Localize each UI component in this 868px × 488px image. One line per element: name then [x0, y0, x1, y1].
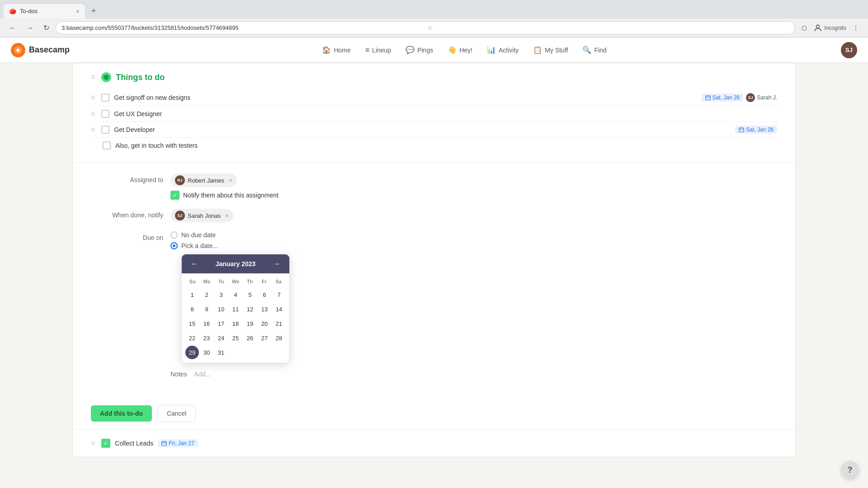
remove-notify-user-button[interactable]: × — [225, 212, 229, 219]
item-drag-handle[interactable]: ≡ — [91, 439, 95, 447]
no-due-date-option[interactable]: No due date — [170, 231, 768, 239]
back-button[interactable]: ← — [5, 22, 20, 34]
item-drag-handle[interactable]: ≡ — [91, 94, 95, 102]
calendar-day[interactable]: 27 — [258, 331, 271, 345]
calendar-day[interactable]: 16 — [200, 317, 213, 330]
todo-checkbox[interactable] — [101, 94, 109, 102]
calendar-day[interactable]: 18 — [229, 317, 242, 330]
notify-checkbox[interactable]: ✓ — [170, 191, 179, 200]
calendar-popup: ← January 2023 → Su Mo Tu We Th Fr — [181, 254, 290, 363]
app-logo[interactable]: Basecamp — [11, 43, 70, 57]
calendar-day[interactable]: 10 — [214, 302, 228, 316]
browser-action-buttons: ⬡ Incognito ⋮ — [798, 22, 863, 34]
calendar-day[interactable]: 2 — [200, 288, 213, 301]
address-bar[interactable]: 3.basecamp.com/5550377/buckets/31325815/… — [56, 21, 795, 34]
todo-items-list: ≡ Get signoff on new designs Sat, Jan 28… — [91, 89, 777, 153]
user-avatar[interactable]: SJ — [841, 42, 857, 58]
calendar-day[interactable]: 7 — [272, 288, 286, 301]
calendar-day[interactable]: 1 — [185, 288, 199, 301]
calendar-day[interactable]: 21 — [272, 317, 286, 330]
nav-activity[interactable]: 📊 Activity — [481, 42, 525, 58]
remove-assignee-button[interactable]: × — [229, 177, 232, 184]
due-date-badge[interactable]: Sat, Jan 28 — [735, 126, 777, 134]
calendar-next-button[interactable]: → — [270, 259, 283, 269]
calendar-day[interactable]: 25 — [229, 331, 242, 345]
calendar-day[interactable]: 20 — [258, 317, 271, 330]
todo-item-meta: Sat, Jan 28 — [735, 126, 777, 134]
calendar-day — [258, 346, 271, 359]
weekday-th: Th — [243, 277, 257, 286]
todo-checkbox[interactable] — [103, 141, 111, 150]
assignee-tag: RJ Robert James × — [170, 174, 237, 187]
drag-handle[interactable]: ≡ — [91, 73, 95, 81]
pick-date-option[interactable]: Pick a date... — [170, 242, 768, 249]
calendar-day — [229, 346, 242, 359]
calendar-day[interactable]: 3 — [214, 288, 228, 301]
tab-title: To-dos — [20, 8, 38, 14]
forward-button[interactable]: → — [23, 22, 37, 34]
due-date-badge[interactable]: Sat, Jan 28 — [702, 94, 744, 102]
pick-date-radio[interactable] — [170, 242, 178, 249]
calendar-day[interactable]: 30 — [200, 346, 213, 359]
reload-button[interactable]: ↻ — [40, 21, 53, 34]
item-drag-handle[interactable]: ≡ — [91, 110, 95, 118]
due-on-row: Due on No due date Pick a date... — [100, 231, 768, 378]
no-due-date-radio[interactable] — [170, 231, 178, 239]
calendar-prev-button[interactable]: ← — [188, 259, 201, 269]
nav-lineup[interactable]: ≡ Lineup — [359, 42, 397, 58]
due-on-value: No due date Pick a date... ← January 202… — [170, 231, 768, 378]
nav-pings[interactable]: 💬 Pings — [399, 42, 439, 58]
todo-checkbox[interactable] — [101, 110, 109, 118]
collected-checkbox[interactable]: ✓ — [101, 439, 110, 448]
collected-item: ≡ ✓ Collect Leads Fri, Jan 27 — [91, 435, 777, 451]
page-background: ≡ Things to do ≡ Get signoff on new desi… — [0, 63, 868, 469]
nav-find[interactable]: 🔍 Find — [576, 42, 613, 58]
cancel-button[interactable]: Cancel — [157, 405, 196, 422]
weekday-fr: Fr — [257, 277, 272, 286]
nav-home[interactable]: 🏠 Home — [316, 42, 357, 58]
calendar-day[interactable]: 22 — [185, 331, 199, 345]
calendar-day[interactable]: 26 — [243, 331, 257, 345]
calendar-day[interactable]: 13 — [258, 302, 271, 316]
due-date-radio-group: No due date Pick a date... — [170, 231, 768, 249]
extensions-button[interactable]: ⬡ — [798, 22, 811, 34]
item-drag-handle[interactable]: ≡ — [91, 126, 95, 134]
add-todo-button[interactable]: Add this to-do — [91, 405, 152, 422]
calendar-day[interactable]: 12 — [243, 302, 257, 316]
collected-due-date[interactable]: Fri, Jan 27 — [158, 439, 198, 447]
when-done-label: When done, notify — [100, 209, 163, 219]
browser-menu-button[interactable]: ⋮ — [849, 22, 863, 34]
collected-due-date-text: Fri, Jan 27 — [169, 440, 194, 446]
calendar-day[interactable]: 4 — [229, 288, 242, 301]
calendar-day[interactable]: 9 — [200, 302, 213, 316]
assigned-to-value: RJ Robert James × ✓ Notify them about th… — [170, 174, 768, 200]
calendar-day[interactable]: 5 — [243, 288, 257, 301]
new-tab-button[interactable]: + — [87, 4, 101, 19]
no-due-date-label: No due date — [181, 231, 216, 239]
svg-point-0 — [816, 25, 820, 28]
weekday-su: Su — [185, 277, 200, 286]
when-done-notify-row: When done, notify SJ Sarah Jonas × — [100, 209, 768, 222]
nav-hey[interactable]: 👋 Hey! — [441, 42, 479, 58]
calendar-day[interactable]: 14 — [272, 302, 286, 316]
calendar-day[interactable]: 6 — [258, 288, 271, 301]
todo-list-title[interactable]: Things to do — [116, 73, 165, 82]
calendar-day[interactable]: 15 — [185, 317, 199, 330]
notes-add-button[interactable]: Add... — [194, 371, 211, 378]
assignment-panel: Assigned to RJ Robert James × ✓ Notify t… — [73, 163, 795, 398]
calendar-day[interactable]: 31 — [214, 346, 228, 359]
tab-close-button[interactable]: × — [76, 8, 80, 15]
nav-mystuff[interactable]: 📋 My Stuff — [527, 42, 574, 58]
notes-label: Notes — [170, 371, 187, 378]
calendar-day[interactable]: 28 — [272, 331, 286, 345]
calendar-day[interactable]: 19 — [243, 317, 257, 330]
todo-checkbox[interactable] — [101, 126, 109, 134]
calendar-day[interactable]: 17 — [214, 317, 228, 330]
calendar-header: ← January 2023 → — [182, 254, 289, 273]
calendar-day[interactable]: 29 — [185, 346, 199, 359]
calendar-day[interactable]: 8 — [185, 302, 199, 316]
calendar-day[interactable]: 23 — [200, 331, 213, 345]
todo-item-meta: Sat, Jan 28 SJ Sarah J. — [702, 93, 777, 102]
calendar-day[interactable]: 24 — [214, 331, 228, 345]
calendar-day[interactable]: 11 — [229, 302, 242, 316]
